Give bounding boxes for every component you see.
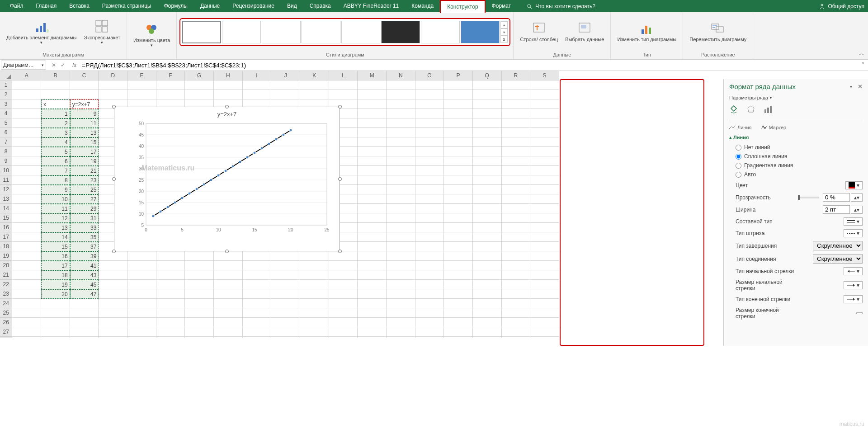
cell[interactable] xyxy=(300,90,329,99)
cell[interactable] xyxy=(415,251,444,261)
cell[interactable] xyxy=(530,223,559,232)
column-header[interactable]: R xyxy=(502,71,531,80)
cell[interactable] xyxy=(358,232,387,242)
cell[interactable] xyxy=(387,270,415,280)
cell[interactable] xyxy=(502,299,531,308)
cell[interactable] xyxy=(358,327,387,337)
cell[interactable] xyxy=(358,147,387,156)
cell[interactable]: 20 xyxy=(41,289,70,299)
cell[interactable] xyxy=(243,327,272,337)
cell[interactable] xyxy=(444,299,473,308)
cell[interactable]: 39 xyxy=(70,251,99,261)
column-header[interactable]: M xyxy=(358,71,387,80)
cell[interactable] xyxy=(473,118,502,128)
cell[interactable] xyxy=(271,337,300,338)
row-header[interactable]: 12 xyxy=(0,185,12,194)
cell[interactable]: 17 xyxy=(41,261,70,270)
cell[interactable] xyxy=(530,128,559,137)
compound-type-dropdown[interactable]: ▾ xyxy=(844,217,863,226)
cell[interactable] xyxy=(415,137,444,147)
row-header[interactable]: 13 xyxy=(0,194,12,204)
cell[interactable] xyxy=(415,270,444,280)
cell[interactable] xyxy=(444,99,473,109)
cell[interactable] xyxy=(473,99,502,109)
cell[interactable] xyxy=(99,261,127,270)
row-header[interactable]: 3 xyxy=(0,99,12,109)
row-header[interactable]: 23 xyxy=(0,289,12,299)
column-header[interactable]: L xyxy=(329,71,358,80)
cell[interactable] xyxy=(387,242,415,251)
cell[interactable] xyxy=(99,90,127,99)
cell[interactable] xyxy=(530,337,559,338)
resize-handle[interactable] xyxy=(338,250,342,253)
column-header[interactable]: O xyxy=(415,71,444,80)
cell[interactable] xyxy=(444,337,473,338)
cell[interactable] xyxy=(502,147,531,156)
cell[interactable] xyxy=(300,251,329,261)
cell[interactable]: 13 xyxy=(70,128,99,137)
cell[interactable] xyxy=(387,204,415,213)
row-header[interactable]: 18 xyxy=(0,242,12,251)
cell[interactable] xyxy=(12,261,41,270)
cell[interactable] xyxy=(127,80,156,90)
cell[interactable] xyxy=(12,156,41,166)
cell[interactable] xyxy=(271,90,300,99)
cell[interactable] xyxy=(12,289,41,299)
cell[interactable] xyxy=(243,270,272,280)
cell[interactable] xyxy=(99,270,127,280)
cell[interactable] xyxy=(358,261,387,270)
cell[interactable] xyxy=(387,109,415,118)
cell[interactable] xyxy=(387,99,415,109)
cell[interactable] xyxy=(300,308,329,318)
cell[interactable] xyxy=(444,175,473,185)
row-header[interactable]: 25 xyxy=(0,308,12,318)
cell[interactable] xyxy=(185,90,214,99)
column-header[interactable]: P xyxy=(444,71,473,80)
cell[interactable]: 33 xyxy=(70,223,99,232)
cell[interactable] xyxy=(502,118,531,128)
cell[interactable] xyxy=(300,80,329,90)
cell[interactable] xyxy=(214,289,243,299)
cell[interactable] xyxy=(502,166,531,175)
cell[interactable] xyxy=(358,270,387,280)
cell[interactable] xyxy=(329,280,358,289)
cell[interactable] xyxy=(473,280,502,289)
cell[interactable] xyxy=(530,280,559,289)
cell[interactable] xyxy=(99,280,127,289)
ribbon-tab-abbyy finereader 11[interactable]: ABBYY FineReader 11 xyxy=(337,0,406,12)
row-header[interactable]: 15 xyxy=(0,213,12,223)
cell[interactable] xyxy=(444,223,473,232)
cell[interactable] xyxy=(502,90,531,99)
cell[interactable] xyxy=(99,289,127,299)
cell[interactable] xyxy=(185,80,214,90)
cell[interactable] xyxy=(387,251,415,261)
cell[interactable] xyxy=(41,90,70,99)
cell[interactable] xyxy=(415,99,444,109)
change-chart-type-button[interactable]: Изменить тип диаграммы xyxy=(613,19,680,44)
cell[interactable]: 4 xyxy=(41,137,70,147)
cell[interactable] xyxy=(214,261,243,270)
quick-layout-button[interactable]: Экспресс-макет ▾ xyxy=(80,18,124,46)
cell[interactable] xyxy=(300,261,329,270)
cell[interactable] xyxy=(415,223,444,232)
cell[interactable] xyxy=(156,280,185,289)
switch-row-col-button[interactable]: Строка/ столбец xyxy=(516,19,561,44)
cell[interactable] xyxy=(214,318,243,327)
cell[interactable] xyxy=(473,109,502,118)
cell[interactable] xyxy=(127,289,156,299)
fill-line-icon[interactable] xyxy=(729,105,738,115)
cancel-icon[interactable]: ✕ xyxy=(52,62,56,68)
cell[interactable] xyxy=(214,337,243,338)
cell[interactable] xyxy=(530,166,559,175)
cell[interactable] xyxy=(358,90,387,99)
cell[interactable] xyxy=(473,242,502,251)
cell[interactable] xyxy=(473,204,502,213)
cell[interactable] xyxy=(243,251,272,261)
cell[interactable]: 27 xyxy=(70,194,99,204)
cell[interactable] xyxy=(415,128,444,137)
cell[interactable] xyxy=(300,270,329,280)
cell[interactable] xyxy=(12,318,41,327)
cell[interactable] xyxy=(300,289,329,299)
cell[interactable] xyxy=(473,213,502,223)
column-header[interactable]: S xyxy=(530,71,559,80)
